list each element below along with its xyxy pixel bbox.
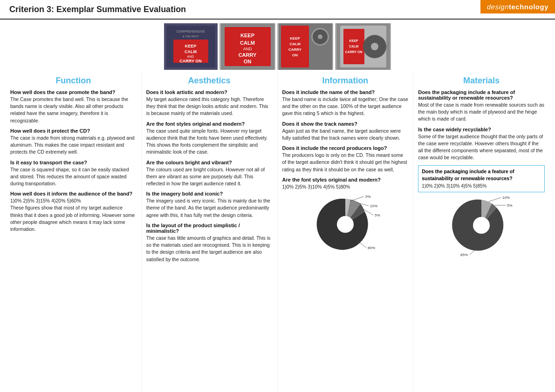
product-image-1: COMPREHENSIVE & THE BEAT KEEP CALM AND C… [164,23,218,70]
function-q1-body: The Case promotes the band well. This is… [10,96,137,124]
information-q1-title: Does it include the name of the band? [282,89,409,95]
svg-text:CARRY: CARRY [238,52,256,58]
aesthetics-q2-title: Are the font styles original and modern? [146,121,273,127]
aesthetics-q3-title: Are the colours bright and vibrant? [146,160,273,165]
information-q3-title: Does it include the record producers log… [282,145,409,151]
materials-q2-body: Some of the target audience thought that… [418,133,545,162]
svg-text:& THE BEAT: & THE BEAT [183,35,199,38]
function-q2: How well does it protect the CD? The cas… [10,128,137,156]
function-q4: How well does it inform the audience of … [10,191,137,233]
svg-text:CARRY ON: CARRY ON [345,50,362,54]
svg-text:CALM: CALM [349,45,358,48]
materials-q2-title: Is the case widely recyclable? [418,127,545,132]
svg-text:KEEP: KEEP [185,44,197,48]
svg-text:5%: 5% [375,213,380,217]
aesthetics-q1: Does it look artistic and modern? My tar… [146,89,273,117]
materials-infobox-stats: 1)0% 2)0% 3)10% 4)5% 5)85% [422,182,541,189]
information-q1: Does it include the name of the band? Th… [282,89,409,117]
function-q1: How well does the case promote the band?… [10,89,137,124]
function-q3-body: The case is squared shape, so it can be … [10,166,137,188]
page-title: Criterion 3: Exemplar Summative Evaluati… [9,5,186,14]
function-header: Function [10,76,137,86]
col-information: Information Does it include the name of … [278,73,414,392]
header: Criterion 3: Exemplar Summative Evaluati… [0,0,555,20]
svg-text:AND: AND [187,55,194,58]
col-function: Function How well does the case promote … [6,73,142,392]
svg-text:5%: 5% [365,195,371,199]
materials-q1: Does the packaging include a feature of … [418,89,545,123]
svg-text:10%: 10% [502,196,510,200]
information-q2-body: Again just as the band name, the target … [282,128,409,142]
col-aesthetics: Aesthetics Does it look artistic and mod… [142,73,278,392]
svg-point-32 [371,43,378,50]
aesthetics-q1-title: Does it look artistic and modern? [146,89,273,95]
product-image-4: KEEP CALM CARRY ON [335,23,391,70]
svg-text:CALM: CALM [185,49,197,54]
svg-point-24 [318,34,322,39]
svg-text:ON: ON [243,59,251,64]
aesthetics-q1-body: My target audience rated this category h… [146,96,273,117]
svg-text:CARRY: CARRY [288,47,301,52]
information-q2-title: Does it show the track names? [282,121,409,127]
information-chart-title: Are the font styles original and modern? [282,177,409,182]
aesthetics-q4-title: Is the imagery bold and iconic? [146,191,273,196]
materials-info-box: Does the packaging include a feature of … [418,165,545,193]
svg-line-34 [350,196,364,201]
aesthetics-q3-body: The colours used are bright colours. How… [146,166,273,188]
information-q3-body: The producers logo is only on the CD. Th… [282,152,409,173]
information-header: Information [282,76,409,86]
svg-text:KEEP: KEEP [240,33,254,38]
svg-text:KEEP: KEEP [349,39,358,42]
brand-design: design [487,3,509,11]
materials-infobox-title: Does the packaging include a feature of … [422,168,541,183]
svg-line-43 [488,197,501,202]
main-grid: Function How well does the case promote … [0,73,555,392]
function-q1-title: How well does the case promote the band? [10,89,137,95]
information-q1-body: The band name is include twice all toget… [282,96,409,117]
information-chart-block: Are the font styles original and modern?… [282,177,409,190]
brand-tech: technology [509,3,548,11]
materials-q1-body: Most of the case is made from renewable … [418,101,545,123]
svg-point-33 [337,216,354,233]
svg-text:CALM: CALM [289,42,300,46]
function-q3-title: Is it easy to transport the case? [10,160,137,165]
function-q3: Is it easy to transport the case? The ca… [10,160,137,188]
materials-q2: Is the case widely recyclable? Some of t… [418,127,545,162]
materials-header: Materials [418,76,545,86]
information-q3: Does it include the record producers log… [282,145,409,173]
aesthetics-header: Aesthetics [146,76,273,86]
aesthetics-q2-body: The case used quite simple fonts. Howeve… [146,128,273,156]
svg-rect-17 [281,26,309,68]
col-materials: Materials Does the packaging include a f… [413,73,549,392]
function-q2-body: The case is made from strong materials e… [10,135,137,156]
svg-text:KEEP: KEEP [290,36,300,41]
information-q2: Does it show the track names? Again just… [282,121,409,142]
svg-text:COMPREHENSIVE: COMPREHENSIVE [176,30,205,33]
aesthetics-q5: Is the layout of the product simplistic … [146,223,273,263]
svg-text:CALM: CALM [240,40,255,46]
svg-text:ON: ON [292,53,298,57]
materials-pie-chart: 10% 5% 85% [418,195,545,256]
function-q2-title: How well does it protect the CD? [10,128,137,134]
product-image-2: KEEP CALM AND CARRY ON [219,23,275,70]
function-q4-body: 1)0% 2)5% 3)15% 4)20% 5)60%These figures… [10,197,137,233]
aesthetics-q3: Are the colours bright and vibrant? The … [146,160,273,188]
svg-text:AND: AND [243,47,252,51]
product-images: COMPREHENSIVE & THE BEAT KEEP CALM AND C… [0,20,555,73]
aesthetics-q4: Is the imagery bold and iconic? The imag… [146,191,273,219]
materials-q1-title: Does the packaging include a feature of … [418,89,545,101]
brand-badge: designtechnology [480,0,555,14]
function-q4-title: How well does it inform the audience of … [10,191,137,196]
svg-point-42 [473,217,490,234]
svg-text:10%: 10% [370,204,377,208]
aesthetics-q5-body: The case has little amounts of graphics … [146,235,273,263]
aesthetics-q5-title: Is the layout of the product simplistic … [146,223,273,234]
information-pie-chart: 5% 10% 5% 80% [282,194,409,255]
svg-text:85%: 85% [460,253,468,257]
aesthetics-q2: Are the font styles original and modern?… [146,121,273,156]
aesthetics-q4-body: The imagery used is very iconic. This is… [146,197,273,219]
svg-text:CARRY ON: CARRY ON [179,59,202,63]
svg-text:80%: 80% [368,246,375,250]
information-chart-stats: 1)0% 2)5% 3)10% 4)5% 5)80% [282,183,409,190]
product-image-3: KEEP CALM CARRY ON [277,23,333,70]
